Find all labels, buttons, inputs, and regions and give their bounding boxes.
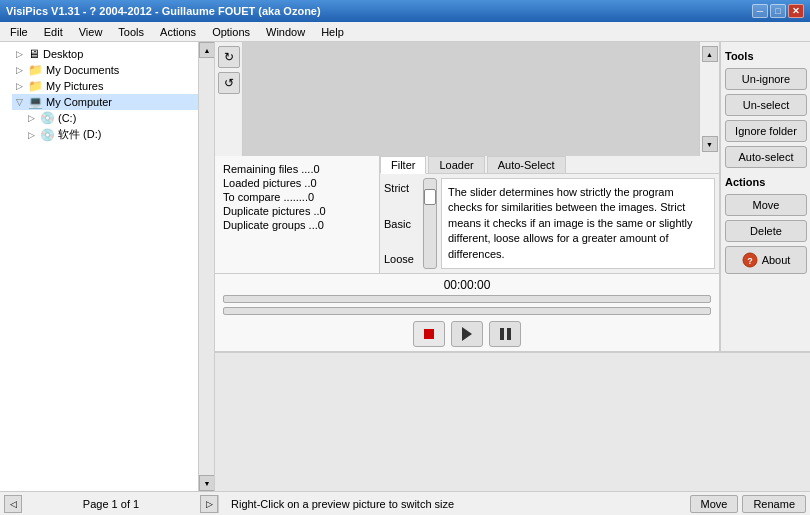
status-right: Move Rename (690, 495, 806, 513)
menu-options[interactable]: Options (204, 24, 258, 40)
close-button[interactable]: ✕ (788, 4, 804, 18)
filter-area: Filter Loader Auto-Select Strict Basic L… (380, 156, 719, 273)
preview-scrollbar[interactable]: ▲ ▼ (699, 42, 719, 156)
status-rename-button[interactable]: Rename (742, 495, 806, 513)
tree-scrollbar[interactable]: ▲ ▼ (198, 42, 214, 491)
scroll-down-btn[interactable]: ▼ (199, 475, 214, 491)
tree-label-cdrive: (C:) (58, 112, 76, 124)
preview-nav-down[interactable]: ↺ (218, 72, 240, 94)
menu-tools[interactable]: Tools (110, 24, 152, 40)
scroll-up-btn[interactable]: ▲ (199, 42, 214, 58)
ddrive-icon: 💿 (40, 128, 55, 142)
expand-arrow: ▷ (16, 65, 28, 75)
preview-nav-up[interactable]: ↻ (218, 46, 240, 68)
pause-button[interactable] (489, 321, 521, 347)
tree-item-ddrive[interactable]: ▷ 💿 软件 (D:) (24, 126, 198, 143)
stats-filter-area: Remaining files ....0 Loaded pictures ..… (215, 156, 719, 273)
control-panel: Remaining files ....0 Loaded pictures ..… (215, 156, 719, 351)
menu-file[interactable]: File (2, 24, 36, 40)
label-basic: Basic (384, 218, 415, 230)
filter-tabs: Filter Loader Auto-Select (380, 156, 719, 174)
expand-arrow: ▷ (28, 130, 40, 140)
tab-filter[interactable]: Filter (380, 156, 426, 174)
menu-edit[interactable]: Edit (36, 24, 71, 40)
unignore-button[interactable]: Un-ignore (725, 68, 807, 90)
menu-bar: File Edit View Tools Actions Options Win… (0, 22, 810, 42)
mycomputer-icon: 💻 (28, 95, 43, 109)
pause-bar-2 (507, 328, 511, 340)
ignore-folder-button[interactable]: Ignore folder (725, 120, 807, 142)
preview-scroll-up[interactable]: ▲ (702, 46, 718, 62)
bottom-preview-area (215, 352, 810, 491)
unselect-button[interactable]: Un-select (725, 94, 807, 116)
stat-tocompare: To compare ........0 (223, 190, 371, 204)
tree-label-mydocs: My Documents (46, 64, 119, 76)
delete-button[interactable]: Delete (725, 220, 807, 242)
page-next-button[interactable]: ▷ (200, 495, 218, 513)
preview-panel: ↻ ↺ ▲ ▼ (215, 42, 720, 351)
status-bar: ◁ Page 1 of 1 ▷ Right-Click on a preview… (0, 491, 810, 515)
slider-thumb[interactable] (424, 189, 436, 205)
tree-item-mypics[interactable]: ▷ 📁 My Pictures (12, 78, 198, 94)
move-button[interactable]: Move (725, 194, 807, 216)
preview-image-area (243, 42, 699, 156)
playback-controls (223, 321, 711, 347)
preview-area: ↻ ↺ ▲ ▼ (215, 42, 719, 156)
tree-label-mypics: My Pictures (46, 80, 103, 92)
similarity-slider[interactable] (423, 178, 437, 269)
title-text: VisiPics V1.31 - ? 2004-2012 - Guillaume… (6, 5, 752, 17)
preview-left-nav: ↻ ↺ (215, 42, 243, 156)
pause-icon (500, 328, 511, 340)
main-content: ▷ 🖥 Desktop ▷ 📁 My Documents ▷ 📁 My Pict… (0, 42, 810, 491)
status-move-button[interactable]: Move (690, 495, 739, 513)
cdrive-icon: 💿 (40, 111, 55, 125)
file-tree: ▷ 🖥 Desktop ▷ 📁 My Documents ▷ 📁 My Pict… (0, 42, 198, 491)
maximize-button[interactable]: □ (770, 4, 786, 18)
filter-description: The slider determines how strictly the p… (441, 178, 715, 269)
mydocs-icon: 📁 (28, 63, 43, 77)
left-panel: ▷ 🖥 Desktop ▷ 📁 My Documents ▷ 📁 My Pict… (0, 42, 215, 491)
play-icon (462, 327, 472, 341)
tree-label-mycomputer: My Computer (46, 96, 112, 108)
progress-bar-2 (223, 307, 711, 315)
stat-loaded: Loaded pictures ..0 (223, 176, 371, 190)
menu-actions[interactable]: Actions (152, 24, 204, 40)
about-icon: ? (742, 252, 758, 268)
tools-panel: Tools Un-ignore Un-select Ignore folder … (720, 42, 810, 351)
expand-arrow: ▷ (16, 81, 28, 91)
minimize-button[interactable]: ─ (752, 4, 768, 18)
tools-section-label: Tools (725, 48, 806, 64)
tree-item-mycomputer[interactable]: ▽ 💻 My Computer (12, 94, 198, 110)
preview-scroll-down[interactable]: ▼ (702, 136, 718, 152)
filter-content: Strict Basic Loose The slider determines… (380, 174, 719, 273)
about-button[interactable]: ? About (725, 246, 807, 274)
tree-item-desktop[interactable]: ▷ 🖥 Desktop (12, 46, 198, 62)
menu-window[interactable]: Window (258, 24, 313, 40)
stop-button[interactable] (413, 321, 445, 347)
play-button[interactable] (451, 321, 483, 347)
stat-dupepics: Duplicate pictures ..0 (223, 204, 371, 218)
timer-display: 00:00:00 (223, 278, 711, 292)
progress-controls: 00:00:00 (215, 273, 719, 351)
menu-help[interactable]: Help (313, 24, 352, 40)
stat-dupegroups: Duplicate groups ...0 (223, 218, 371, 232)
expand-arrow: ▷ (28, 113, 40, 123)
tree-item-mydocs[interactable]: ▷ 📁 My Documents (12, 62, 198, 78)
mypics-icon: 📁 (28, 79, 43, 93)
expand-arrow: ▽ (16, 97, 28, 107)
tab-autoselect[interactable]: Auto-Select (487, 156, 566, 173)
tab-loader[interactable]: Loader (428, 156, 484, 173)
menu-view[interactable]: View (71, 24, 111, 40)
slider-labels: Strict Basic Loose (384, 178, 419, 269)
about-label: About (762, 254, 791, 266)
page-prev-button[interactable]: ◁ (4, 495, 22, 513)
auto-select-button[interactable]: Auto-select (725, 146, 807, 168)
stat-remaining: Remaining files ....0 (223, 162, 371, 176)
status-hint: Right-Click on a preview picture to swit… (223, 498, 686, 510)
stop-icon (424, 329, 434, 339)
label-strict: Strict (384, 182, 415, 194)
tree-item-cdrive[interactable]: ▷ 💿 (C:) (24, 110, 198, 126)
status-left: ◁ Page 1 of 1 ▷ (4, 495, 219, 513)
tree-label-ddrive: 软件 (D:) (58, 127, 101, 142)
desktop-icon: 🖥 (28, 47, 40, 61)
